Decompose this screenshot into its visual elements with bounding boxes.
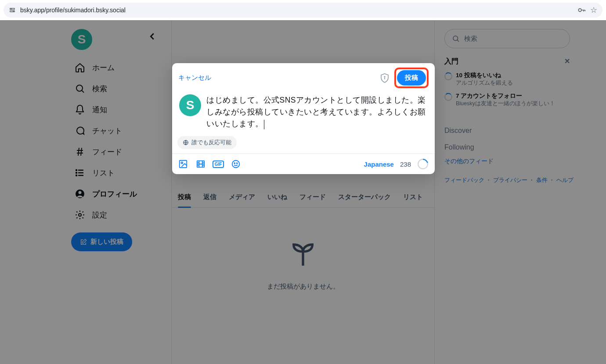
url-field[interactable]: bsky.app/profile/sukimadori.bsky.social … — [4, 3, 602, 18]
language-selector[interactable]: Japanese — [364, 161, 394, 168]
svg-point-16 — [181, 162, 183, 164]
svg-point-19 — [234, 163, 235, 164]
svg-point-2 — [11, 9, 11, 9]
url-text: bsky.app/profile/sukimadori.bsky.social — [20, 7, 573, 14]
site-settings-icon — [9, 7, 16, 14]
video-upload-button[interactable] — [196, 159, 206, 169]
emoji-button[interactable] — [231, 159, 241, 169]
compose-avatar: S — [179, 94, 201, 116]
password-key-icon[interactable] — [577, 6, 586, 14]
post-button-highlight: 投稿 — [394, 68, 429, 88]
svg-point-20 — [237, 163, 238, 164]
post-button[interactable]: 投稿 — [397, 70, 426, 86]
compose-text-area[interactable]: はじめまして。公式SNSアカウントとして開設しました。楽しみながら投稿していきた… — [206, 94, 428, 130]
svg-point-3 — [13, 11, 14, 11]
bookmark-star-icon[interactable]: ☆ — [590, 5, 597, 15]
globe-icon — [183, 139, 189, 146]
browser-url-bar: bsky.app/profile/sukimadori.bsky.social … — [0, 0, 606, 20]
compose-modal: キャンセル 投稿 S はじめまして。公式SNSアカウントとして開設しました。楽し… — [172, 63, 435, 174]
shield-icon[interactable] — [379, 73, 390, 83]
interaction-settings-button[interactable]: 誰でも反応可能 — [177, 136, 237, 149]
image-upload-button[interactable] — [178, 159, 188, 169]
character-count: 238 — [400, 161, 411, 168]
text-cursor — [264, 120, 264, 129]
cancel-button[interactable]: キャンセル — [178, 74, 211, 82]
gif-button[interactable]: GIF — [213, 159, 223, 169]
svg-point-13 — [384, 76, 385, 77]
svg-point-4 — [578, 9, 581, 12]
character-progress-ring — [417, 158, 429, 170]
svg-point-18 — [232, 161, 240, 168]
